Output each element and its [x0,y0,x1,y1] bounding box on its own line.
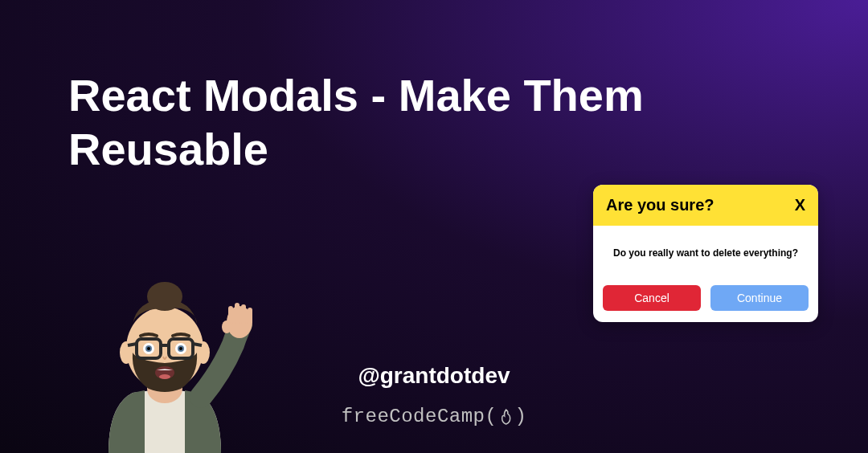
svg-point-18 [147,347,150,350]
modal-body: Do you really want to delete everything? [593,226,818,279]
fcc-suffix: ) [514,406,526,427]
modal-body-text: Do you really want to delete everything? [613,247,798,259]
fire-icon [498,408,513,426]
svg-rect-5 [248,308,252,324]
modal-example: Are you sure? X Do you really want to de… [593,185,818,322]
continue-button[interactable]: Continue [710,285,809,311]
svg-line-15 [193,344,202,345]
modal-footer: Cancel Continue [593,279,818,322]
svg-point-6 [222,320,231,333]
close-icon[interactable]: X [795,196,805,214]
modal-header: Are you sure? X [593,185,818,226]
fcc-prefix: freeCodeCamp( [342,406,497,427]
freecodecamp-logo: freeCodeCamp( ) [342,406,527,427]
svg-rect-3 [235,303,240,324]
svg-rect-2 [228,306,233,324]
modal-title: Are you sure? [606,196,714,214]
svg-point-8 [147,282,182,311]
svg-point-21 [179,347,182,350]
cancel-button[interactable]: Cancel [603,285,701,311]
author-handle: @grantdotdev [358,363,510,389]
page-title: React Modals - Make Them Reusable [68,68,800,176]
svg-point-23 [159,374,170,379]
svg-rect-4 [241,304,246,324]
svg-line-14 [128,344,137,345]
author-avatar [76,268,253,453]
